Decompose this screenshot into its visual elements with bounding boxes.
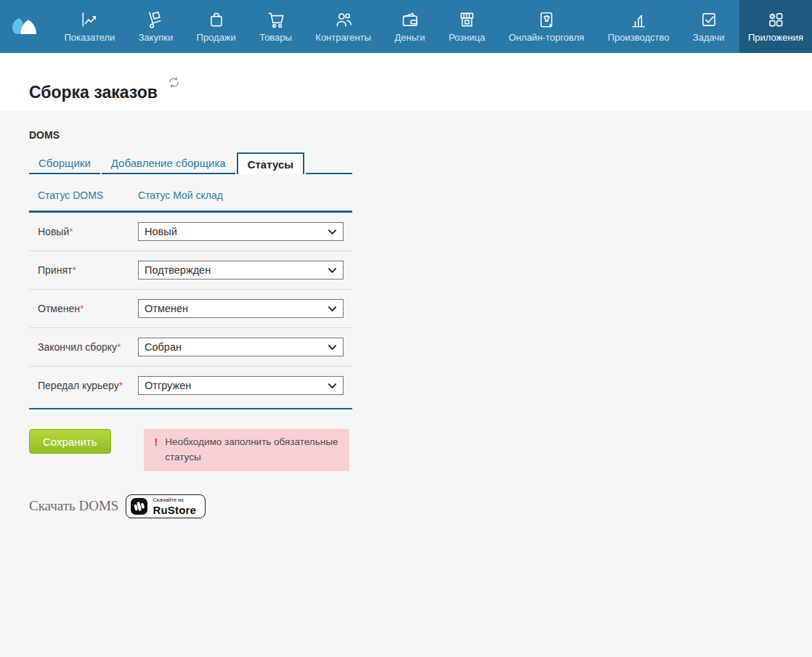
status-select[interactable]: Отменен: [138, 299, 344, 318]
status-label-text: Отменен: [38, 303, 80, 314]
status-select[interactable]: Новый: [138, 222, 344, 241]
store-icon: [458, 9, 476, 29]
status-row: Новый* Новый: [29, 213, 352, 251]
top-nav: Показатели Закупки Продажи Товары Контра…: [0, 0, 812, 53]
status-label: Передал курьеру*: [38, 378, 131, 393]
nav-item-indicators[interactable]: Показатели: [55, 0, 123, 53]
column-header-moysklad: Статус Мой склад: [138, 189, 223, 201]
nav-item-sales[interactable]: Продажи: [188, 0, 245, 53]
panel-bottom-line: [29, 408, 352, 409]
rustore-badge[interactable]: Скачайте из RuStore: [126, 494, 206, 518]
tab-label: Статусы: [248, 158, 293, 171]
tab-1[interactable]: Добавление сборщика: [102, 152, 235, 174]
refresh-icon: [168, 76, 180, 89]
error-text: Необходимо заполнить обязательные статус…: [165, 435, 340, 465]
status-select-wrap: Отменен: [138, 299, 344, 318]
error-message-box: ! Необходимо заполнить обязательные стат…: [144, 429, 349, 471]
download-label: Скачать DOMS: [29, 498, 118, 514]
tasks-check-icon: [699, 9, 718, 29]
required-asterisk: *: [69, 226, 73, 237]
app-name-heading: DOMS: [29, 129, 812, 141]
status-mapping-panel: СборщикиДобавление сборщикаСтатусы Стату…: [29, 152, 352, 518]
status-select[interactable]: Подтвержден: [138, 261, 344, 279]
status-label: Новый*: [38, 224, 131, 240]
nav-item-label: Контрагенты: [315, 32, 371, 43]
status-row: Передал курьеру* Отгружен: [29, 367, 352, 408]
refresh-button[interactable]: [168, 76, 180, 89]
rustore-badge-text: Скачайте из RuStore: [153, 497, 196, 515]
status-label-text: Принят: [38, 264, 72, 276]
actions-row: Сохранить ! Необходимо заполнить обязате…: [29, 429, 352, 471]
nav-item-label: Приложения: [748, 32, 803, 43]
required-asterisk: *: [72, 264, 76, 276]
required-asterisk: *: [117, 341, 121, 353]
tab-0[interactable]: Сборщики: [29, 152, 100, 174]
nav-item-label: Розница: [449, 32, 485, 43]
status-label-text: Новый: [38, 226, 69, 237]
cart-icon: [267, 9, 285, 29]
bag-icon: [207, 9, 226, 29]
column-headers: Статус DOMS Статус Мой склад: [29, 174, 352, 211]
status-label-text: Передал курьеру: [38, 380, 119, 391]
column-header-doms: Статус DOMS: [38, 189, 138, 201]
nav-item-label: Производство: [608, 32, 670, 43]
tab-label: Сборщики: [38, 157, 91, 169]
status-select-wrap: Подтвержден: [138, 261, 344, 279]
tabs: СборщикиДобавление сборщикаСтатусы: [29, 152, 352, 174]
status-select-wrap: Новый: [138, 222, 344, 241]
nav-item-label: Показатели: [64, 32, 115, 43]
nav-item-production[interactable]: Производство: [599, 0, 678, 53]
status-label: Отменен*: [38, 301, 131, 317]
status-row: Принят* Подтвержден: [29, 251, 352, 290]
title-bar: Сборка заказов: [0, 53, 812, 110]
nav-item-purchases[interactable]: Закупки: [130, 0, 182, 53]
nav-item-label: Задачи: [693, 32, 725, 43]
tab-active-2[interactable]: Статусы: [237, 152, 304, 174]
rustore-badge-brand: RuStore: [153, 505, 196, 515]
rustore-badge-caption: Скачайте из: [153, 497, 196, 503]
tabs-filler: [306, 152, 352, 174]
required-asterisk: *: [80, 303, 84, 314]
people-icon: [334, 9, 353, 29]
nav-item-tasks[interactable]: Задачи: [684, 0, 734, 53]
status-label: Закончил сборку*: [38, 340, 131, 355]
status-row: Закончил сборку* Собран: [29, 328, 352, 367]
nav-item-label: Деньги: [394, 32, 425, 43]
status-row: Отменен* Отменен: [29, 290, 352, 328]
status-rows: Новый* Новый Принят* Подтвержден Отменен…: [29, 213, 352, 408]
handtruck-icon: [146, 9, 165, 29]
wallet-icon: [400, 9, 419, 29]
nav-item-label: Товары: [259, 32, 292, 43]
status-label: Принят*: [38, 263, 131, 278]
chart-icon: [80, 9, 99, 29]
nav-item-label: Продажи: [197, 32, 236, 43]
moysklad-logo-icon: [9, 16, 40, 38]
download-row: Скачать DOMS Скачайте из RuStore: [29, 494, 352, 518]
nav-item-label: Закупки: [139, 32, 173, 43]
error-icon: !: [155, 435, 158, 450]
status-select[interactable]: Отгружен: [138, 376, 344, 395]
app-logo[interactable]: [0, 0, 49, 53]
nav-item-online-trade[interactable]: Онлайн-торговля: [500, 0, 593, 53]
status-select[interactable]: Собран: [138, 338, 344, 356]
page-title: Сборка заказов: [29, 81, 158, 103]
nav-item-counterparties[interactable]: Контрагенты: [306, 0, 380, 53]
save-button[interactable]: Сохранить: [29, 429, 111, 454]
production-icon: [629, 9, 648, 29]
apps-grid-icon: [766, 9, 785, 29]
status-select-wrap: Собран: [138, 338, 344, 356]
status-label-text: Закончил сборку: [38, 341, 117, 353]
nav-item-goods[interactable]: Товары: [251, 0, 301, 53]
nav-item-money[interactable]: Деньги: [386, 0, 434, 53]
required-asterisk: *: [119, 380, 123, 391]
nav-item-apps[interactable]: Приложения: [739, 0, 812, 53]
tab-label: Добавление сборщика: [111, 157, 226, 169]
online-store-icon: [537, 9, 556, 29]
rustore-logo-icon: [131, 498, 147, 515]
nav-item-label: Онлайн-торговля: [508, 32, 584, 43]
app-content-area: DOMS СборщикиДобавление сборщикаСтатусы …: [0, 110, 812, 657]
status-select-wrap: Отгружен: [138, 376, 344, 395]
nav-item-retail[interactable]: Розница: [440, 0, 494, 53]
